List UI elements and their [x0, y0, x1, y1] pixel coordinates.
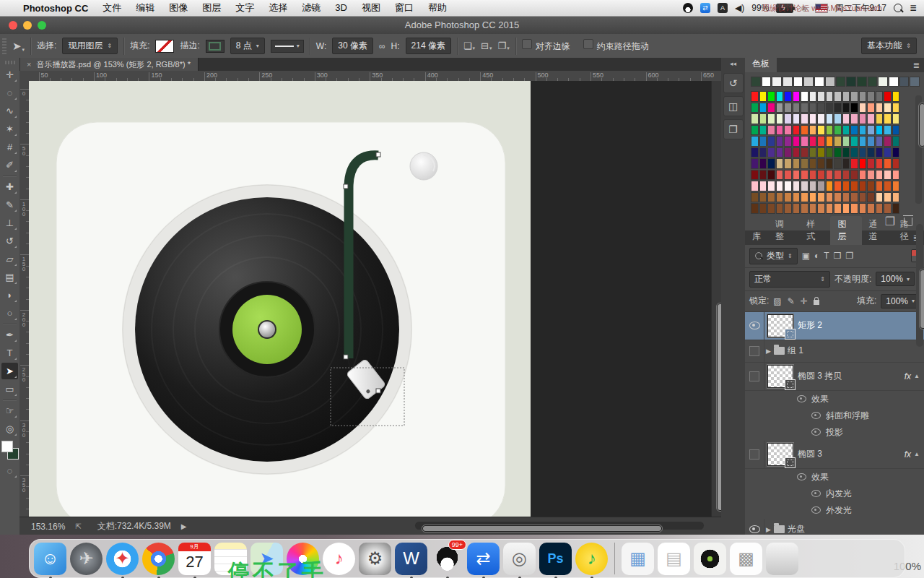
- select-mode-dropdown[interactable]: 现用图层⇕: [62, 38, 118, 54]
- swatch[interactable]: [859, 113, 867, 124]
- swatch[interactable]: [834, 147, 842, 158]
- dock-safari[interactable]: ✦: [106, 543, 139, 575]
- layer-name[interactable]: 组 1: [788, 345, 803, 357]
- zoom-level-field[interactable]: 153.16%: [31, 522, 65, 532]
- teamviewer-status-icon[interactable]: ⇄: [700, 3, 710, 13]
- effect-visibility-icon[interactable]: [811, 490, 821, 497]
- swatch[interactable]: [801, 158, 808, 169]
- swatch[interactable]: [767, 181, 775, 191]
- swatch[interactable]: [876, 203, 884, 214]
- path-arrange-button[interactable]: ❐▾: [498, 40, 510, 51]
- swatch[interactable]: [850, 136, 858, 147]
- swatch[interactable]: [826, 91, 834, 102]
- swatch[interactable]: [876, 170, 884, 181]
- recent-swatch[interactable]: [825, 77, 835, 87]
- swatch[interactable]: [751, 125, 759, 136]
- swatch[interactable]: [784, 113, 792, 124]
- lock-position-icon[interactable]: ✛: [801, 296, 808, 306]
- swatch[interactable]: [767, 192, 775, 203]
- tab-swatches[interactable]: 色板: [745, 56, 777, 72]
- visibility-checkbox[interactable]: [749, 371, 759, 381]
- swatch[interactable]: [817, 113, 825, 124]
- swatch[interactable]: [776, 136, 784, 147]
- swatch[interactable]: [751, 103, 759, 113]
- swatch[interactable]: [801, 103, 808, 113]
- menu-item-滤镜[interactable]: 滤镜: [302, 2, 321, 13]
- lock-pixels-icon[interactable]: ✎: [788, 296, 795, 306]
- swatch[interactable]: [826, 147, 834, 158]
- swatch[interactable]: [759, 181, 767, 191]
- recent-swatch[interactable]: [889, 77, 899, 87]
- swatches-panel-menu-icon[interactable]: ≣: [913, 61, 920, 70]
- effect-visibility-icon[interactable]: [797, 473, 806, 480]
- swatch[interactable]: [809, 158, 817, 169]
- path-operations-button[interactable]: ❏▾: [463, 40, 475, 51]
- swatch[interactable]: [751, 181, 759, 191]
- swatch[interactable]: [759, 113, 767, 124]
- layer-斜面和浮雕[interactable]: 斜面和浮雕: [745, 407, 924, 424]
- swatch[interactable]: [776, 181, 784, 191]
- swatch[interactable]: [867, 91, 875, 102]
- swatch[interactable]: [859, 91, 867, 102]
- opacity-dropdown[interactable]: 100%▾: [876, 272, 915, 286]
- swatch[interactable]: [892, 192, 900, 203]
- swatch[interactable]: [776, 170, 784, 181]
- menu-clock[interactable]: 周二下午9:17: [835, 2, 886, 14]
- swatch[interactable]: [892, 125, 900, 136]
- swatch[interactable]: [817, 125, 825, 136]
- swatch[interactable]: [784, 103, 792, 113]
- swatch[interactable]: [776, 103, 784, 113]
- swatch[interactable]: [801, 125, 808, 136]
- layer-效果[interactable]: 效果: [745, 469, 924, 486]
- swatch[interactable]: [809, 147, 817, 158]
- dock-itunes[interactable]: ♪: [323, 543, 355, 575]
- effects-header[interactable]: 效果: [811, 393, 829, 405]
- zoom-tool[interactable]: ◎: [1, 420, 18, 437]
- swatch[interactable]: [784, 147, 792, 158]
- creative-cloud-icon[interactable]: A: [718, 3, 728, 13]
- swatch[interactable]: [817, 147, 825, 158]
- recent-swatch[interactable]: [762, 77, 772, 87]
- visibility-eye-icon[interactable]: [749, 322, 760, 329]
- layer-椭圆 3[interactable]: 椭圆 3fx ▲: [745, 441, 924, 469]
- swatch[interactable]: [784, 136, 792, 147]
- swatch[interactable]: [817, 103, 825, 113]
- lasso-tool[interactable]: ∿: [1, 103, 18, 119]
- swatch[interactable]: [850, 192, 858, 203]
- swatch[interactable]: [859, 203, 867, 214]
- layers-scrollbar-thumb[interactable]: [920, 269, 924, 329]
- blur-tool[interactable]: ◗: [1, 287, 18, 303]
- swatch[interactable]: [809, 125, 817, 136]
- swatch[interactable]: [817, 170, 825, 181]
- visibility-checkbox[interactable]: [749, 449, 759, 460]
- swatch[interactable]: [867, 113, 875, 124]
- swatch[interactable]: [751, 192, 759, 203]
- layer-filter-dropdown[interactable]: 类型⇕: [749, 248, 798, 264]
- panel-tab-样式[interactable]: 样式: [799, 216, 830, 245]
- swatch[interactable]: [834, 192, 842, 203]
- expand-group-icon[interactable]: ▶: [766, 348, 771, 355]
- filter-adjustment-layers-icon[interactable]: ◐: [814, 251, 819, 261]
- vertical-scrollbar[interactable]: [711, 81, 722, 517]
- swatch[interactable]: [817, 203, 825, 214]
- type-tool[interactable]: T: [1, 345, 18, 361]
- swatch[interactable]: [767, 158, 775, 169]
- visibility-eye-icon[interactable]: [749, 525, 760, 533]
- fx-badge[interactable]: fx ▲: [905, 449, 924, 460]
- swatch[interactable]: [809, 91, 817, 102]
- swatch[interactable]: [834, 91, 842, 102]
- swatch[interactable]: [834, 136, 842, 147]
- fx-badge[interactable]: fx ▲: [905, 371, 924, 381]
- swatch[interactable]: [767, 91, 775, 102]
- swatch[interactable]: [834, 158, 842, 169]
- stroke-swatch[interactable]: [206, 40, 225, 53]
- recent-swatch[interactable]: [910, 77, 920, 87]
- swatch[interactable]: [842, 103, 850, 113]
- swatch[interactable]: [759, 103, 767, 113]
- marquee-tool[interactable]: ◌: [1, 85, 18, 101]
- swatch[interactable]: [892, 147, 900, 158]
- swatch[interactable]: [876, 103, 884, 113]
- swatch[interactable]: [842, 192, 850, 203]
- swatch[interactable]: [850, 113, 858, 124]
- swatch[interactable]: [892, 113, 900, 124]
